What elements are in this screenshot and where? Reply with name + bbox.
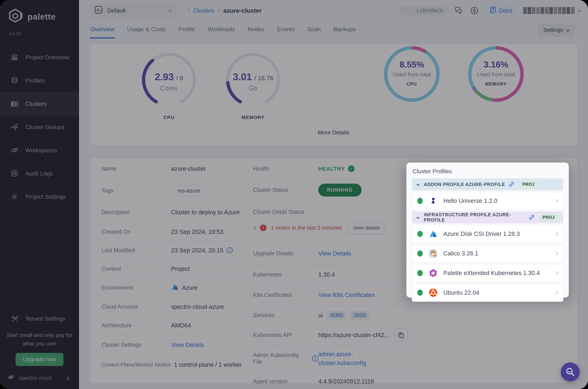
status-dot (417, 250, 423, 257)
azure-disk-csi-icon (428, 229, 438, 239)
chevron-right-icon (555, 291, 559, 294)
app-window: palette 4.4.19 Project Overview (0, 0, 588, 389)
chevron-right-icon (555, 199, 559, 203)
addon-profile-header[interactable]: ADDON PROFILE AZURE-PROFILE PROJ (412, 178, 563, 190)
chevron-down-icon (417, 183, 420, 186)
scope-badge: PROJ (539, 214, 558, 221)
chevron-down-icon (417, 216, 420, 219)
status-dot (417, 290, 423, 296)
layer-name: Ubuntu 22.04 (443, 289, 479, 296)
search-smile-icon (565, 367, 575, 377)
palette-extended-kubernetes-icon (428, 268, 438, 278)
link-icon[interactable] (529, 214, 534, 220)
addon-profile-name: ADDON PROFILE AZURE-PROFILE (424, 182, 505, 187)
search-assistant-fab[interactable] (561, 362, 580, 381)
profile-layer-palette-extended-kubernetes[interactable]: Palette eXtended Kubernetes 1.30.4 (412, 264, 563, 282)
hello-universe-icon (428, 196, 438, 206)
status-dot (417, 231, 423, 237)
profile-layer-azure-disk-csi[interactable]: Azure Disk CSI Driver 1.28.3 (412, 225, 563, 243)
layer-name: Calico 3.26.1 (443, 250, 478, 257)
ubuntu-icon (428, 288, 438, 297)
scope-badge: PROJ (519, 181, 538, 188)
layer-name: Palette eXtended Kubernetes 1.30.4 (443, 270, 540, 277)
layer-name: Hello Universe 1.2.0 (443, 197, 497, 204)
layer-name: Azure Disk CSI Driver 1.28.3 (443, 230, 520, 237)
cluster-profiles-panel: Cluster Profiles ADDON PROFILE AZURE-PRO… (406, 162, 569, 297)
chevron-right-icon (555, 232, 559, 236)
calico-icon (428, 249, 438, 258)
cluster-profiles-title: Cluster Profiles (413, 168, 563, 175)
infrastructure-profile-name: INFRASTRUCTURE PROFILE AZURE-PROFILE (424, 212, 525, 223)
link-icon[interactable] (509, 181, 514, 187)
status-dot (417, 270, 423, 276)
profile-layer-calico[interactable]: Calico 3.26.1 (412, 244, 563, 262)
profile-layer-ubuntu[interactable]: Ubuntu 22.04 (412, 284, 563, 302)
infrastructure-profile-header[interactable]: INFRASTRUCTURE PROFILE AZURE-PROFILE PRO… (412, 211, 563, 223)
profile-layer-hello-universe[interactable]: Hello Universe 1.2.0 (412, 192, 563, 210)
chevron-right-icon (555, 252, 559, 255)
chevron-right-icon (555, 271, 559, 275)
status-dot (417, 198, 423, 204)
